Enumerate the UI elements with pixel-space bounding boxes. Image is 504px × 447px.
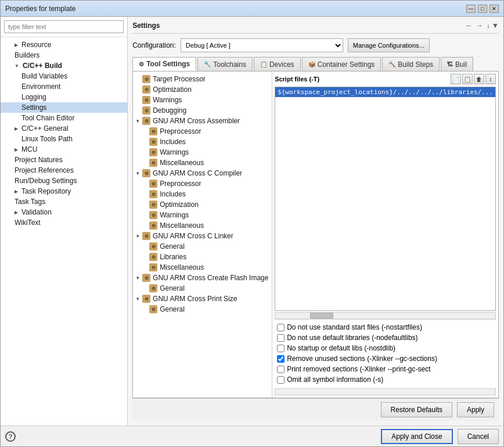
tool-item-0[interactable]: ⚙Target Processor [133, 74, 272, 84]
tool-item-2[interactable]: ⚙Warnings [133, 95, 272, 105]
tool-item-9[interactable]: ▼⚙GNU ARM Cross C Compiler [133, 168, 272, 178]
sidebar-label-toolchain: Tool Chain Editor [21, 114, 74, 122]
nav-forward[interactable]: → [476, 22, 483, 30]
tool-item-11[interactable]: ⚙Includes [133, 189, 272, 199]
tool-label-16: General [160, 242, 185, 251]
checkbox-1[interactable] [277, 334, 285, 342]
tab-build-steps[interactable]: 🔨Build Steps [382, 57, 440, 71]
sidebar-item-buildvars[interactable]: Build Variables [1, 71, 127, 81]
sidebar-item-mcu[interactable]: ▶MCU [1, 144, 127, 155]
tool-item-14[interactable]: ⚙Miscellaneous [133, 220, 272, 231]
tab-container-settings[interactable]: 📦Container Settings [302, 57, 381, 71]
sidebar-item-validation[interactable]: ▶Validation [1, 207, 127, 217]
checkbox-row-2: No startup or default libs (-nostdlib) [277, 343, 494, 353]
sidebar-item-builders[interactable]: Builders [1, 50, 127, 60]
main-content-panel: ⚙Target Processor⚙Optimization⚙Warnings⚙… [132, 71, 499, 398]
checkbox-4[interactable] [277, 366, 285, 373]
tool-arrow-9: ▼ [135, 171, 140, 176]
help-icon[interactable]: ? [5, 431, 16, 442]
checkbox-3[interactable] [277, 355, 285, 363]
minimize-btn[interactable]: — [466, 5, 476, 13]
maximize-btn[interactable]: □ [478, 5, 487, 13]
tab-toolchains[interactable]: 🔧Toolchains [197, 57, 253, 71]
sidebar-item-projectnatures[interactable]: Project Natures [1, 155, 127, 165]
tool-item-18[interactable]: ⚙Miscellaneous [133, 262, 272, 273]
bottom-hscroll[interactable] [275, 388, 496, 395]
tool-item-3[interactable]: ⚙Debugging [133, 105, 272, 116]
tool-arrow-19: ▼ [135, 276, 140, 281]
tool-icon-5: ⚙ [149, 127, 157, 135]
tab-label-0: Tool Settings [146, 60, 190, 68]
sidebar-item-environment[interactable]: Environment [1, 81, 127, 92]
tool-item-8[interactable]: ⚙Miscellaneous [133, 158, 272, 168]
tool-item-7[interactable]: ⚙Warnings [133, 147, 272, 158]
sidebar-item-taskrepo[interactable]: ▶Task Repository [1, 186, 127, 196]
sidebar-item-settings[interactable]: Settings [1, 102, 127, 113]
tool-item-10[interactable]: ⚙Preprocessor [133, 178, 272, 189]
sidebar-item-resource[interactable]: ▶Resource [1, 40, 127, 50]
script-copy-btn[interactable]: 📋 [462, 74, 473, 84]
tool-item-19[interactable]: ▼⚙GNU ARM Cross Create Flash Image [133, 273, 272, 283]
title-bar: Properties for template — □ ✕ [1, 1, 503, 17]
checkbox-0[interactable] [277, 324, 285, 331]
filter-input[interactable] [4, 20, 124, 33]
nav-back[interactable]: ← [466, 22, 473, 30]
apply-close-button[interactable]: Apply and Close [381, 429, 452, 444]
sidebar-item-logging[interactable]: Logging [1, 92, 127, 102]
tool-label-18: Miscellaneous [160, 263, 204, 271]
sidebar-item-wikitext[interactable]: WikiText [1, 217, 127, 228]
script-hscroll[interactable] [275, 312, 496, 319]
tool-item-21[interactable]: ▼⚙GNU ARM Cross Print Size [133, 294, 272, 304]
script-list[interactable]: ${workspace_project_locations}/../../../… [275, 87, 496, 311]
sidebar-item-toolchain[interactable]: Tool Chain Editor [1, 113, 127, 123]
sidebar-label-resource: Resource [21, 41, 51, 49]
sidebar-label-buildvars: Build Variables [21, 72, 67, 80]
tool-arrow-4: ▼ [135, 119, 140, 124]
sidebar-item-rundebug[interactable]: Run/Debug Settings [1, 176, 127, 186]
tree-arrow-mcu: ▶ [15, 147, 18, 152]
nav-down[interactable]: ↓ ▼ [487, 22, 499, 30]
tool-label-19: GNU ARM Cross Create Flash Image [153, 274, 268, 282]
tool-item-16[interactable]: ⚙General [133, 241, 272, 252]
script-item-0[interactable]: ${workspace_project_locations}/../../../… [275, 87, 495, 97]
tool-item-17[interactable]: ⚙Libraries [133, 252, 272, 262]
tab-label-3: Container Settings [318, 60, 375, 69]
script-add-btn[interactable]: 📄 [451, 74, 461, 84]
tab-buil[interactable]: 🏗Buil [441, 57, 473, 71]
apply-button[interactable]: Apply [457, 402, 494, 417]
tool-item-6[interactable]: ⚙Includes [133, 137, 272, 147]
tool-icon-11: ⚙ [149, 190, 157, 198]
tool-item-20[interactable]: ⚙General [133, 283, 272, 294]
tool-label-22: General [160, 305, 185, 313]
tab-label-1: Toolchains [213, 60, 246, 69]
close-btn[interactable]: ✕ [489, 5, 499, 13]
tool-icon-4: ⚙ [142, 117, 150, 125]
tree-arrow-resource: ▶ [15, 42, 18, 48]
sidebar-item-linuxtools[interactable]: Linux Tools Path [1, 134, 127, 144]
checkbox-2[interactable] [277, 345, 285, 352]
tool-item-22[interactable]: ⚙General [133, 304, 272, 314]
config-select[interactable]: Debug [ Active ] [181, 38, 343, 52]
checkbox-5[interactable] [277, 376, 285, 384]
tool-item-1[interactable]: ⚙Optimization [133, 84, 272, 95]
tool-icon-6: ⚙ [149, 138, 157, 146]
sidebar-item-cppgeneral[interactable]: ▶C/C++ General [1, 123, 127, 134]
tool-item-12[interactable]: ⚙Optimization [133, 199, 272, 210]
tab-devices[interactable]: 📋Devices [254, 57, 301, 71]
tool-item-4[interactable]: ▼⚙GNU ARM Cross Assembler [133, 116, 272, 126]
sidebar-item-cppbuild[interactable]: ▼C/C++ Build [1, 60, 127, 71]
tab-tool-settings[interactable]: ⚙Tool Settings [132, 57, 196, 71]
manage-configs-button[interactable]: Manage Configurations... [348, 38, 430, 52]
tool-item-5[interactable]: ⚙Preprocessor [133, 126, 272, 137]
restore-defaults-button[interactable]: Restore Defaults [381, 402, 452, 417]
sidebar-item-tasktags[interactable]: Task Tags [1, 196, 127, 207]
sidebar-label-settings: Settings [21, 103, 46, 112]
tool-item-15[interactable]: ▼⚙GNU ARM Cross C Linker [133, 231, 272, 241]
script-delete-btn[interactable]: 🗑 [474, 74, 484, 84]
script-move-btn[interactable]: ↕ [485, 74, 496, 84]
sidebar-item-projectrefs[interactable]: Project References [1, 165, 127, 176]
cancel-button[interactable]: Cancel [458, 429, 499, 444]
tool-item-13[interactable]: ⚙Warnings [133, 210, 272, 220]
main-panel: Settings ← → ↓ ▼ Configuration: Debug [ … [128, 17, 503, 425]
sidebar-label-rundebug: Run/Debug Settings [15, 177, 77, 185]
